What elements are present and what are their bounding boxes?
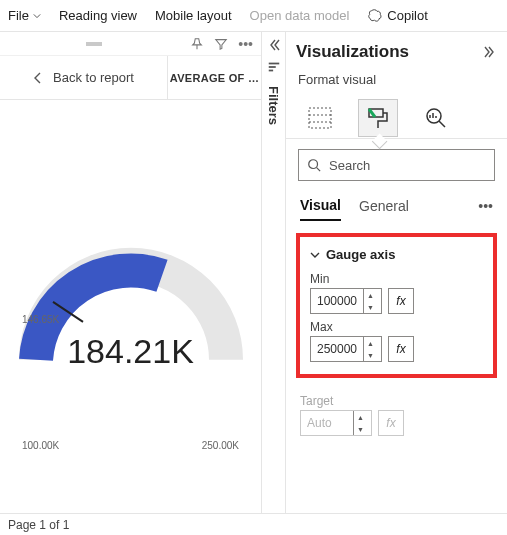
gauge-visual[interactable]: 184.21K 100.00K 250.00K 146.65K	[0, 100, 261, 513]
max-input[interactable]: ▲▼	[310, 336, 382, 362]
svg-point-8	[427, 109, 441, 123]
filters-bar-icon[interactable]	[267, 60, 281, 74]
search-placeholder: Search	[329, 158, 370, 173]
copilot-label: Copilot	[387, 8, 427, 23]
svg-rect-1	[268, 63, 279, 65]
collapse-viz-icon[interactable]	[483, 45, 497, 59]
target-input: ▲▼	[300, 410, 372, 436]
min-spinner[interactable]: ▲▼	[363, 289, 377, 313]
target-label: Target	[300, 394, 493, 408]
reading-view-button[interactable]: Reading view	[59, 8, 137, 23]
copilot-icon	[367, 8, 383, 24]
target-fx-button: fx	[378, 410, 404, 436]
mobile-layout-button[interactable]: Mobile layout	[155, 8, 232, 23]
grid-icon	[308, 107, 332, 129]
chevron-down-icon	[310, 250, 320, 260]
build-visual-mode[interactable]	[300, 99, 340, 137]
pin-icon[interactable]	[190, 37, 204, 51]
gauge-target-label: 146.65K	[22, 314, 59, 325]
magnifier-chart-icon	[424, 106, 448, 130]
svg-line-11	[317, 168, 321, 172]
gauge-max-label: 250.00K	[202, 440, 239, 451]
expand-filters-icon[interactable]	[267, 38, 281, 52]
page-indicator: Page 1 of 1	[8, 518, 69, 532]
paint-roller-icon	[366, 106, 390, 130]
max-fx-button[interactable]: fx	[388, 336, 414, 362]
open-data-model-label: Open data model	[250, 8, 350, 23]
gauge-axis-card: Gauge axis Min ▲▼ fx Max ▲▼ fx	[296, 233, 497, 378]
visual-title: AVERAGE OF …	[167, 56, 261, 99]
open-data-model-button: Open data model	[250, 8, 350, 23]
file-menu[interactable]: File	[8, 8, 41, 23]
tab-visual[interactable]: Visual	[300, 191, 341, 221]
gauge-axis-title: Gauge axis	[326, 247, 395, 262]
visualizations-title: Visualizations	[296, 42, 409, 62]
filter-icon[interactable]	[214, 37, 228, 51]
tab-general[interactable]: General	[359, 192, 409, 220]
search-icon	[307, 158, 321, 172]
target-input-field	[301, 416, 353, 430]
filters-pane-label[interactable]: Filters	[266, 86, 281, 125]
back-label: Back to report	[53, 70, 134, 85]
tab-more[interactable]: •••	[478, 198, 493, 214]
min-input[interactable]: ▲▼	[310, 288, 382, 314]
file-label: File	[8, 8, 29, 23]
min-fx-button[interactable]: fx	[388, 288, 414, 314]
min-input-field[interactable]	[311, 294, 363, 308]
format-visual-label: Format visual	[286, 72, 507, 93]
format-visual-mode[interactable]	[358, 99, 398, 137]
chevron-left-icon	[33, 71, 43, 85]
target-spinner: ▲▼	[353, 411, 367, 435]
max-label: Max	[310, 320, 483, 334]
max-input-field[interactable]	[311, 342, 363, 356]
analytics-mode[interactable]	[416, 99, 456, 137]
back-to-report-button[interactable]: Back to report	[0, 70, 167, 85]
visual-drag-handle[interactable]	[8, 42, 180, 46]
search-input[interactable]: Search	[298, 149, 495, 181]
svg-line-9	[439, 121, 445, 127]
min-label: Min	[310, 272, 483, 286]
gauge-axis-header[interactable]: Gauge axis	[310, 247, 483, 262]
more-options-icon[interactable]: •••	[238, 36, 253, 52]
svg-rect-4	[309, 108, 331, 128]
gauge-value: 184.21K	[67, 332, 194, 371]
reading-view-label: Reading view	[59, 8, 137, 23]
gauge-min-label: 100.00K	[22, 440, 59, 451]
max-spinner[interactable]: ▲▼	[363, 337, 377, 361]
copilot-button[interactable]: Copilot	[367, 8, 427, 24]
svg-point-10	[309, 160, 318, 169]
mobile-layout-label: Mobile layout	[155, 8, 232, 23]
svg-rect-2	[268, 66, 275, 68]
svg-rect-3	[268, 70, 272, 72]
chevron-down-icon	[33, 12, 41, 20]
